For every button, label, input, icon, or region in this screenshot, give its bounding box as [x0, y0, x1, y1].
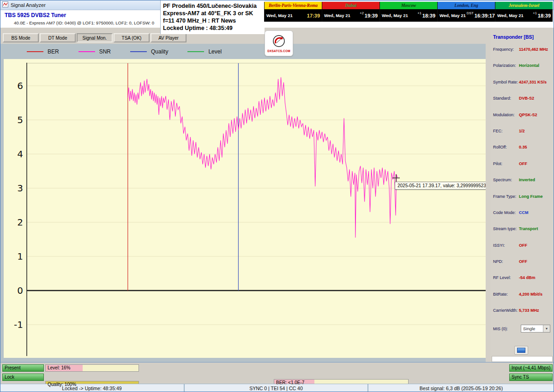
dxsatcs-logo: DXSATCS.COM	[265, 30, 293, 56]
clock-city-label: Berlin-Paris-Vienna-Roma	[265, 2, 322, 9]
input-indicator: Input (~4,41 Mbps)	[509, 364, 553, 372]
clock-time: 18:39	[538, 13, 551, 18]
legend-label: BER	[48, 48, 59, 55]
site-info-line: f=11 470 MHz_H : RT News	[163, 17, 265, 24]
param-value: DVB-S2	[519, 96, 534, 111]
legend-line-swatch	[27, 51, 43, 52]
tab-label: TSA (OK)	[122, 36, 142, 41]
clock-time-row: Wed, May 21 +1 18:39	[380, 9, 437, 22]
save-button[interactable]	[514, 346, 528, 355]
tab-label: BS Mode	[11, 36, 30, 41]
param-label: RF Level:	[493, 275, 519, 291]
satellite-dish-icon	[271, 35, 286, 48]
param-label: RollOff:	[493, 145, 519, 160]
clock-date: Wed, May 21	[382, 13, 408, 18]
param-label: Modulation:	[493, 113, 519, 128]
param-label: Code Mode:	[493, 210, 519, 226]
param-value: Long Frame	[519, 194, 543, 209]
param-value: 4247,331 KS/s	[519, 80, 547, 95]
param-row-frequency: Frequency: 11470,462 MHz	[490, 46, 554, 62]
tab-button-av-player[interactable]: AV Player	[151, 33, 187, 42]
legend-item-quality: Quality	[130, 48, 168, 55]
param-row-fec: FEC: 1/2	[490, 128, 554, 144]
param-value: Inverted	[519, 178, 535, 193]
param-row-bitrate: BitRate: 4,200 Mbit/s	[490, 291, 554, 307]
param-value: -54 dBm	[519, 275, 536, 291]
param-label: FEC:	[493, 129, 519, 144]
param-label: Standard:	[493, 96, 519, 111]
param-row-modulation: Modulation: QPSK-S2	[490, 112, 554, 128]
tab-label: DT Mode	[48, 36, 67, 41]
param-value: CCM	[519, 210, 529, 226]
param-row-polarization: Polarization: Horizontal	[490, 62, 554, 78]
tab-button-dt-mode[interactable]: DT Mode	[40, 33, 76, 42]
lock-indicator: Lock	[2, 374, 44, 381]
legend-line-swatch	[78, 51, 95, 52]
plot-area[interactable]: 6543210-1 2025-05-21 17.39.17, value: 3,…	[4, 59, 486, 358]
clock-time-row: Wed, May 21 17:39	[265, 9, 322, 22]
quality-meter: Quality: 100%	[45, 381, 139, 388]
param-label: CarrierWidth:	[493, 308, 519, 323]
window-title: Signal Analyzer	[11, 2, 46, 8]
tab-strip: BS ModeDT ModeSignal Mon.TSA (OK)AV Play…	[3, 33, 187, 42]
param-row-npd: NPD: OFF	[490, 258, 554, 274]
tab-button-tsa-ok[interactable]: TSA (OK)	[114, 33, 150, 42]
chevron-down-icon: ▾	[543, 325, 550, 332]
param-label: Spectrum:	[493, 178, 519, 193]
clock-city-label: London, Eng	[438, 2, 495, 9]
param-label: Frequency:	[493, 47, 519, 62]
legend-label: SNR	[99, 48, 111, 55]
save-icon	[517, 348, 525, 353]
mis-row: MIS (0): Single ▾	[493, 325, 550, 333]
clock-city-label: Dubai	[322, 2, 379, 9]
transponder-rows: Frequency: 11470,462 MHz Polarization: H…	[490, 46, 554, 324]
signal-chart	[4, 59, 486, 358]
clock-time-row: Wed, May 21 DST 16:39:17	[438, 9, 495, 22]
param-value: OFF	[519, 161, 527, 177]
ber-label: BER: <1.0E-7	[274, 380, 408, 386]
site-info: PF Prodelin 450/Lučenec-Slovakia Express…	[160, 0, 265, 34]
chart-legend: BER SNR Quality Level	[27, 48, 222, 55]
clock-time: 19:39	[365, 13, 378, 18]
mis-select[interactable]: Single ▾	[521, 325, 550, 333]
param-row-stream-type: Stream type: Transport	[490, 226, 554, 242]
app-icon	[2, 1, 8, 9]
transponder-panel: Transponder [BS] Frequency: 11470,462 MH…	[490, 28, 554, 362]
param-row-symbol-rate: Symbol Rate: 4247,331 KS/s	[490, 79, 554, 95]
param-row-issyi: ISSYI: OFF	[490, 242, 554, 258]
world-clocks: Berlin-Paris-Vienna-Roma Wed, May 21 17:…	[264, 2, 553, 22]
param-value: OFF	[519, 243, 527, 258]
clock-moscow: Moscow Wed, May 21 +1 18:39	[379, 2, 437, 22]
param-row-code-mode: Code Mode: CCM	[490, 209, 554, 226]
site-info-line: Express-AM7 at 40°E_FK 3 or SK	[163, 10, 265, 17]
param-value: 11470,462 MHz	[519, 47, 548, 62]
clock-utc-offset: +1	[417, 9, 422, 15]
value-tooltip: 2025-05-21 17.39.17, value: 3,2999999523…	[395, 182, 499, 190]
clock-date: Wed, May 21	[440, 13, 466, 18]
param-row-spectrum: Spectrum: Inverted	[490, 177, 554, 193]
tuner-details: 40.0E - Express AM7 (ID: 0400) @ LOF1: 9…	[14, 20, 154, 25]
clock-time-row: Wed, May 21 +2 19:39	[322, 9, 379, 22]
tuner-name: TBS 5925 DVBS2 Tuner	[5, 12, 66, 18]
panel-splitter[interactable]	[486, 44, 490, 362]
tab-button-signal-mon[interactable]: Signal Mon.	[77, 33, 113, 42]
clock-utc-offset: DST	[467, 9, 474, 15]
legend-label: Quality	[151, 48, 168, 55]
panel-footer-box	[492, 356, 553, 362]
signal-analyzer-window: Signal Analyzer TBS 5925 DVBS2 Tuner 40.…	[0, 0, 554, 392]
legend-item-ber: BER	[27, 48, 59, 55]
param-value: Transport	[519, 226, 538, 242]
clock-time-row: Wed, May 21 +1 18:39	[495, 9, 553, 22]
clock-date: Wed, May 21	[324, 13, 350, 18]
chart-panel: BER SNR Quality Level 6543210-1 2025-05-…	[0, 44, 486, 362]
clock-dubai: Dubai Wed, May 21 +2 19:39	[322, 2, 379, 22]
param-row-standard: Standard: DVB-S2	[490, 95, 554, 111]
legend-line-swatch	[130, 51, 147, 52]
site-info-line: Locked Uptime : 48:35:49	[163, 24, 265, 32]
param-label: ISSYI:	[493, 243, 519, 258]
tab-button-bs-mode[interactable]: BS Mode	[3, 33, 39, 42]
param-row-carrierwidth: CarrierWidth: 5,733 MHz	[490, 307, 554, 323]
tab-label: Signal Mon.	[83, 36, 107, 41]
clock-utc-offset: +2	[360, 9, 364, 15]
param-label: NPD:	[493, 259, 519, 274]
